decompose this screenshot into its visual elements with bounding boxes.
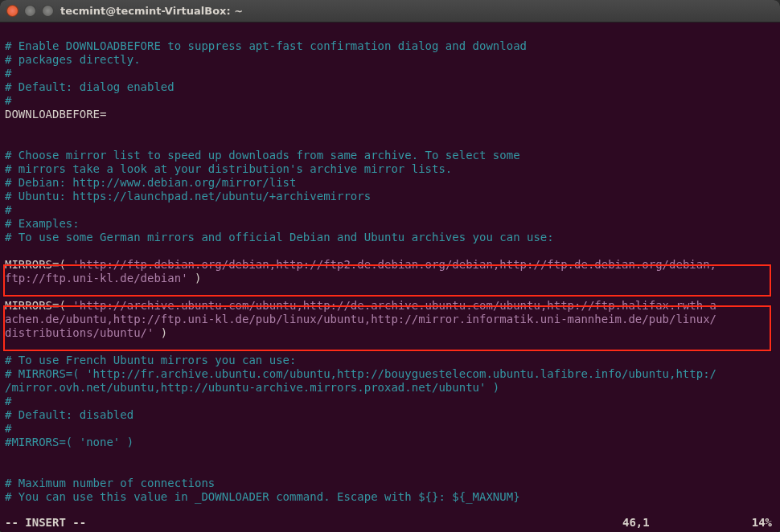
comment-line: #MIRRORS=( 'none' ) <box>5 436 133 448</box>
vim-percent: 14% <box>727 516 775 530</box>
comment-line: # <box>5 422 11 435</box>
comment-line: # Ubuntu: https://launchpad.net/ubuntu/+… <box>5 190 371 203</box>
comment-line: # <box>5 94 11 107</box>
mirrors-close: ) <box>154 326 167 339</box>
comment-line: /mirror.ovh.net/ubuntu,http://ubuntu-arc… <box>5 381 499 394</box>
comment-line: # Examples: <box>5 217 80 230</box>
mirrors-assign: MIRRORS=( <box>5 299 72 312</box>
minimize-icon[interactable] <box>24 5 36 17</box>
vim-mode: -- INSERT -- <box>5 516 622 530</box>
mirrors-close: ) <box>188 272 202 284</box>
terminal-window: tecmint@tecmint-VirtualBox: ~ # Enable D… <box>0 0 780 532</box>
comment-line: # packages directly. <box>5 53 141 66</box>
comment-line: # To use some German mirrors and officia… <box>5 231 554 243</box>
comment-line: # Maximum number of connections <box>5 477 215 489</box>
window-title: tecmint@tecmint-VirtualBox: ~ <box>60 5 243 17</box>
close-icon[interactable] <box>6 5 18 17</box>
vim-position: 46,1 <box>622 516 727 530</box>
maximize-icon[interactable] <box>42 5 54 17</box>
comment-line: # <box>5 67 11 80</box>
vim-status-line: -- INSERT -- 46,1 14% <box>5 516 775 530</box>
mirrors-string: 'http://archive.ubuntu.com/ubuntu,http:/… <box>72 299 716 312</box>
window-controls <box>6 5 54 17</box>
terminal-body[interactable]: # Enable DOWNLOADBEFORE to suppress apt-… <box>0 23 780 532</box>
config-line: DOWNLOADBEFORE= <box>5 108 106 121</box>
comment-line: # <box>5 203 11 216</box>
mirrors-string: achen.de/ubuntu,http://ftp.uni-kl.de/pub… <box>5 313 716 325</box>
mirrors-assign: MIRRORS=( <box>5 258 72 271</box>
comment-line: # You can use this value in _DOWNLOADER … <box>5 490 520 503</box>
mirrors-string: distributions/ubuntu/' <box>5 326 154 339</box>
comment-line: # Debian: http://www.debian.org/mirror/l… <box>5 176 296 189</box>
comment-line: # Choose mirror list to speed up downloa… <box>5 149 520 162</box>
comment-line: # MIRRORS=( 'http://fr.archive.ubuntu.co… <box>5 367 716 380</box>
comment-line: # Enable DOWNLOADBEFORE to suppress apt-… <box>5 39 527 52</box>
comment-line: # mirrors take a look at your distributi… <box>5 162 452 175</box>
comment-line: # Default: disabled <box>5 408 133 421</box>
comment-line: # To use French Ubuntu mirrors you can u… <box>5 354 296 366</box>
comment-line: # Default: dialog enabled <box>5 80 174 93</box>
mirrors-string: ftp://ftp.uni-kl.de/debian' <box>5 272 188 284</box>
comment-line: # <box>5 395 11 407</box>
titlebar[interactable]: tecmint@tecmint-VirtualBox: ~ <box>0 0 780 23</box>
mirrors-string: 'http://ftp.debian.org/debian,http://ftp… <box>72 258 716 271</box>
